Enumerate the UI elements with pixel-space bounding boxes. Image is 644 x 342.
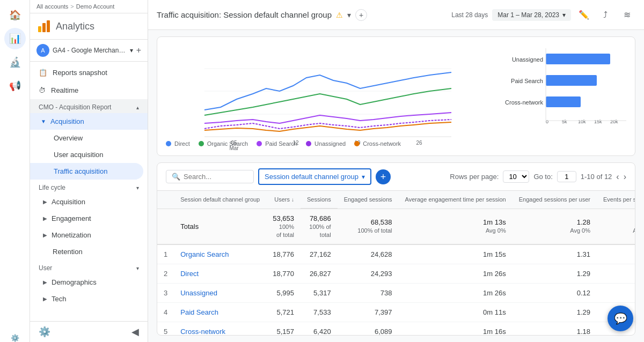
svg-text:10k: 10k: [578, 119, 586, 124]
account-bar: All accounts > Demo Account: [30, 0, 148, 13]
left-icon-strip: 🏠 📊 🔬 📢 ⚙️: [0, 0, 30, 342]
row-eps-3: 35.12: [597, 284, 635, 303]
pagination-area: Rows per page: 10 25 50 Go to: 1-10 of 1…: [450, 170, 626, 183]
rows-per-page-label: Rows per page:: [450, 173, 499, 181]
retention-item[interactable]: Retention: [30, 243, 148, 260]
cmo-section-header[interactable]: CMO - Acquisition Report ▴: [30, 99, 148, 113]
collapse-sidebar-icon[interactable]: ◀: [131, 326, 139, 338]
table-search-input[interactable]: [184, 173, 248, 181]
rows-per-page-select[interactable]: 10 25 50: [503, 170, 529, 183]
date-range-value: Mar 1 – Mar 28, 2023: [497, 11, 559, 19]
total-users: 53,653 100% of total: [266, 209, 301, 244]
row-channel-1[interactable]: Organic Search: [174, 244, 266, 264]
row-rank-1: 1: [157, 244, 174, 264]
property-name: GA4 - Google Merchandise …: [53, 47, 127, 54]
realtime-icon: ⏱: [39, 86, 46, 94]
demographics-item[interactable]: ▶ Demographics: [30, 274, 148, 291]
row-engaged-2: 24,293: [338, 264, 399, 284]
traffic-acquisition-item[interactable]: Traffic acquisition: [30, 163, 143, 180]
share-icon[interactable]: ⤴: [597, 6, 614, 24]
col-users[interactable]: Users ↓: [266, 191, 301, 209]
add-dimension-button[interactable]: +: [376, 169, 391, 184]
prev-page-button[interactable]: ‹: [616, 172, 619, 182]
realtime-item[interactable]: ⏱ Realtime: [30, 81, 148, 99]
chat-bubble[interactable]: 💬: [608, 306, 633, 331]
total-channel: Totals: [174, 209, 266, 244]
configure-icon[interactable]: ⚙️: [11, 334, 19, 342]
acquisition-parent[interactable]: ▼ Acquisition: [30, 113, 148, 130]
advertising-icon[interactable]: 📢: [4, 75, 26, 96]
user-section-header[interactable]: User ▾: [30, 260, 148, 274]
date-range-selector[interactable]: Mar 1 – Mar 28, 2023 ▾: [492, 9, 571, 21]
edit-report-icon[interactable]: ✏️: [575, 6, 592, 24]
user-section-title: User: [39, 264, 52, 272]
reports-icon[interactable]: 📊: [4, 28, 26, 49]
col-rank: [157, 191, 174, 209]
chart-section: 05 Mar 12 19 26 Direct: [157, 36, 635, 156]
col-sessions[interactable]: Sessions: [301, 191, 338, 209]
main-content: Traffic acquisition: Session default cha…: [148, 0, 644, 342]
row-engaged-5: 6,089: [338, 322, 399, 336]
row-channel-2[interactable]: Direct: [174, 264, 266, 284]
logo-area: Analytics: [30, 13, 148, 40]
property-selector[interactable]: A GA4 - Google Merchandise … ▾ +: [30, 40, 148, 62]
content-area: 05 Mar 12 19 26 Direct: [148, 30, 644, 342]
row-engaged-1: 24,628: [338, 244, 399, 264]
all-accounts-link[interactable]: All accounts: [36, 3, 68, 10]
legend-paid: Paid Search: [257, 140, 297, 147]
topbar-right: Last 28 days Mar 1 – Mar 28, 2023 ▾ ✏️ ⤴…: [451, 6, 635, 24]
chart-legend: Direct Organic Search Paid Search: [166, 140, 490, 147]
table-section: 🔍 Session default channel group ▾ + Rows…: [157, 162, 635, 336]
retention-label: Retention: [53, 248, 83, 256]
insights-icon[interactable]: ≋: [618, 6, 635, 24]
title-dropdown-icon[interactable]: ▾: [347, 11, 351, 19]
dimension-dropdown-icon: ▾: [362, 173, 365, 181]
row-channel-5[interactable]: Cross-network: [174, 322, 266, 336]
row-channel-3[interactable]: Unassigned: [174, 284, 266, 303]
line-chart: 05 Mar 12 19 26 Direct: [166, 46, 490, 147]
overview-item[interactable]: Overview: [30, 130, 148, 146]
tech-item[interactable]: ▶ Tech: [30, 291, 148, 307]
dimension-selector[interactable]: Session default channel group ▾: [258, 168, 371, 185]
svg-rect-15: [546, 54, 610, 64]
legend-unassigned: Unassigned: [306, 140, 346, 147]
settings-icon[interactable]: ⚙️: [39, 326, 50, 338]
home-icon[interactable]: 🏠: [4, 4, 26, 26]
row-users-5: 5,157: [266, 322, 301, 336]
col-channel[interactable]: Session default channel group: [174, 191, 266, 209]
page-number-input[interactable]: [557, 171, 576, 182]
row-rank-4: 4: [157, 303, 174, 322]
total-events: 22.02 Avg 0%: [597, 209, 635, 244]
col-events-per-session[interactable]: Events per session: [597, 191, 635, 209]
row-engaged-3: 738: [338, 284, 399, 303]
lifecycle-section-header[interactable]: Life cycle ▾: [30, 180, 148, 194]
add-property-icon[interactable]: +: [136, 46, 141, 55]
col-engaged-sessions[interactable]: Engaged sessions: [338, 191, 399, 209]
nav-section: 📋 Reports snapshot ⏱ Realtime CMO - Acqu…: [30, 62, 148, 321]
col-engaged-per-user[interactable]: Engaged sessions per user: [513, 191, 597, 209]
reports-snapshot-item[interactable]: 📋 Reports snapshot: [30, 64, 148, 81]
lifecycle-acquisition-item[interactable]: ▶ Acquisition: [30, 194, 148, 210]
go-to-label: Go to:: [533, 173, 552, 181]
row-sessions-4: 7,533: [301, 303, 338, 322]
col-avg-engagement[interactable]: Average engagement time per session: [399, 191, 513, 209]
row-avgeng-5: 1m 16s: [399, 322, 513, 336]
property-avatar: A: [36, 44, 49, 57]
next-page-button[interactable]: ›: [624, 172, 626, 182]
row-epu-3: 0.12: [513, 284, 597, 303]
date-last-days: Last 28 days: [451, 11, 488, 19]
monetization-item[interactable]: ▶ Monetization: [30, 227, 148, 243]
user-acquisition-item[interactable]: User acquisition: [30, 146, 148, 163]
monetization-arrow: ▶: [43, 232, 47, 238]
legend-organic: Organic Search: [199, 140, 248, 147]
svg-rect-2: [47, 20, 50, 32]
row-users-1: 18,776: [266, 244, 301, 264]
engagement-item[interactable]: ▶ Engagement: [30, 210, 148, 227]
explore-icon[interactable]: 🔬: [4, 51, 26, 73]
row-channel-4[interactable]: Paid Search: [174, 303, 266, 322]
add-comparison-icon[interactable]: +: [355, 9, 367, 21]
analytics-logo-icon: [36, 19, 52, 34]
engagement-arrow: ▶: [43, 215, 47, 221]
table-row: 2 Direct 18,770 26,827 24,293 1m 26s 1.2…: [157, 264, 635, 284]
breadcrumb-sep: >: [70, 3, 74, 10]
